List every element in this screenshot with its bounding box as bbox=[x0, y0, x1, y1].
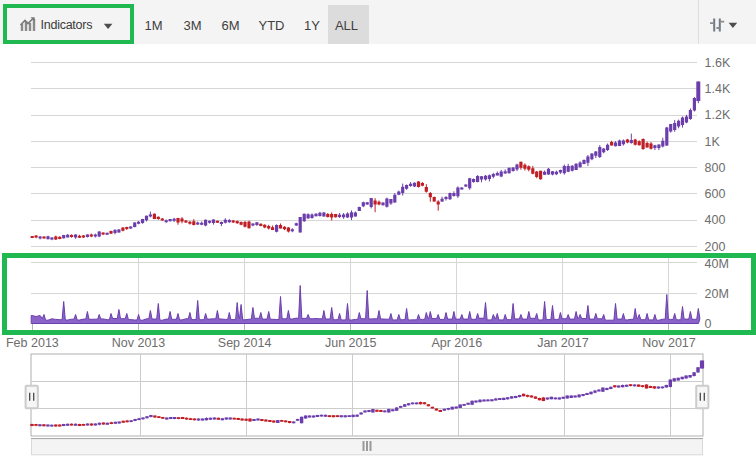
svg-text:800: 800 bbox=[705, 161, 726, 175]
svg-text:Jan 2017: Jan 2017 bbox=[537, 336, 588, 350]
svg-text:Jun 2015: Jun 2015 bbox=[325, 336, 376, 350]
svg-text:Nov 2013: Nov 2013 bbox=[112, 336, 166, 350]
svg-text:Feb 2013: Feb 2013 bbox=[6, 336, 59, 350]
svg-text:Apr 2016: Apr 2016 bbox=[431, 336, 482, 350]
svg-text:1K: 1K bbox=[705, 135, 721, 149]
svg-text:200: 200 bbox=[705, 240, 726, 254]
svg-text:Nov 2017: Nov 2017 bbox=[642, 336, 696, 350]
svg-text:1.4K: 1.4K bbox=[705, 82, 731, 96]
svg-text:Sep 2014: Sep 2014 bbox=[218, 336, 272, 350]
svg-text:1.2K: 1.2K bbox=[705, 108, 731, 122]
svg-text:400: 400 bbox=[705, 213, 726, 227]
svg-text:1.6K: 1.6K bbox=[705, 56, 731, 70]
svg-text:600: 600 bbox=[705, 187, 726, 201]
